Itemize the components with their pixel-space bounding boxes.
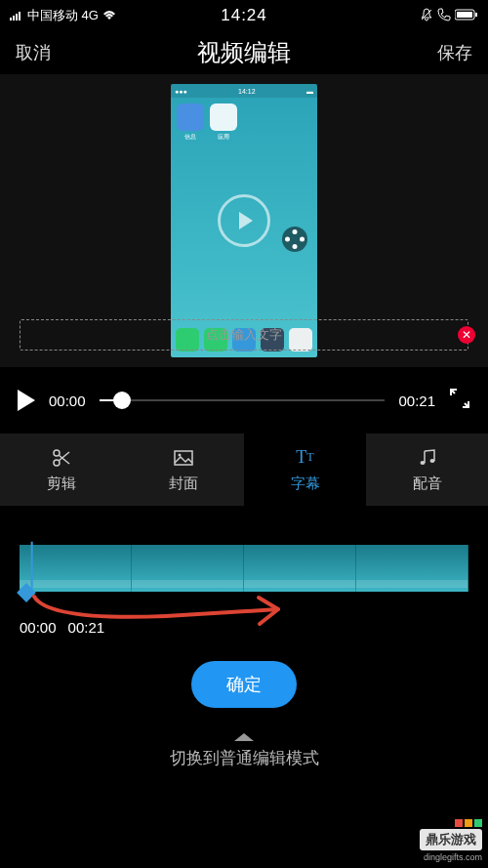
app-icon: [177, 103, 204, 131]
watermark: 鼎乐游戏 dinglegifts.com: [420, 819, 482, 862]
status-left: 中国移动 4G: [10, 7, 116, 24]
text-icon: TT: [295, 447, 316, 469]
svg-rect-3: [19, 12, 20, 21]
tab-subtitle[interactable]: TT 字幕: [244, 434, 366, 506]
thumbnail: [132, 545, 244, 592]
status-right: [420, 8, 478, 24]
annotation-arrow-icon: [29, 592, 303, 631]
thumbnail: [244, 545, 356, 592]
slider-thumb[interactable]: [113, 392, 131, 409]
duration-time: 00:21: [398, 393, 435, 409]
image-icon: [173, 447, 194, 469]
tab-label: 配音: [413, 475, 442, 493]
svg-rect-2: [16, 14, 18, 21]
timeline-thumbnails[interactable]: [20, 545, 468, 592]
video-frame: ●●●14:12▬ 信息 应用: [171, 84, 317, 357]
close-icon[interactable]: ✕: [458, 326, 475, 344]
confirm-button[interactable]: 确定: [191, 661, 297, 708]
video-preview[interactable]: ●●●14:12▬ 信息 应用 点击输入文字 ✕: [0, 74, 488, 367]
tab-label: 剪辑: [47, 475, 76, 493]
header: 取消 视频编辑 保存: [0, 31, 488, 74]
svg-point-15: [429, 459, 434, 463]
current-time: 00:00: [49, 393, 86, 409]
timeline: 00:00 00:21 确定 切换到普通编辑模式: [0, 506, 488, 789]
page-title: 视频编辑: [197, 37, 291, 68]
fullscreen-icon[interactable]: [449, 388, 470, 413]
tab-cover[interactable]: 封面: [122, 434, 244, 506]
tab-label: 封面: [169, 475, 198, 493]
cancel-button[interactable]: 取消: [16, 41, 51, 64]
wifi-icon: [102, 9, 116, 23]
svg-rect-7: [475, 13, 477, 17]
chevron-up-icon: [234, 733, 254, 741]
player-controls: 00:00 00:21: [0, 367, 488, 434]
svg-rect-12: [175, 451, 192, 465]
svg-rect-0: [10, 18, 12, 21]
watermark-name: 鼎乐游戏: [426, 831, 476, 848]
progress-slider[interactable]: [100, 399, 386, 401]
status-time: 14:24: [221, 6, 267, 25]
play-button[interactable]: [18, 390, 35, 411]
battery-icon: [455, 9, 478, 23]
save-button[interactable]: 保存: [437, 41, 472, 64]
bell-icon: [420, 8, 433, 24]
tab-label: 字幕: [291, 475, 320, 493]
carrier-label: 中国移动 4G: [27, 7, 99, 24]
status-bar: 中国移动 4G 14:24: [0, 0, 488, 31]
joystick-icon: [282, 227, 307, 252]
subtitle-placeholder: 点击输入文字: [206, 326, 282, 344]
svg-rect-6: [457, 12, 472, 18]
signal-icon: [10, 9, 23, 23]
svg-rect-1: [13, 16, 15, 21]
thumbnail: [356, 545, 468, 592]
switch-mode-button[interactable]: 切换到普通编辑模式: [20, 733, 468, 769]
music-icon: [417, 447, 438, 469]
app-icon: [210, 103, 237, 131]
watermark-logo-icon: [455, 819, 482, 827]
svg-point-14: [420, 461, 425, 465]
tab-music[interactable]: 配音: [366, 434, 488, 506]
watermark-url: dinglegifts.com: [424, 852, 482, 862]
thumbnail: [20, 545, 132, 592]
play-overlay-icon: [218, 194, 270, 247]
scissors-icon: [51, 447, 72, 469]
editor-tabs: 剪辑 封面 TT 字幕 配音: [0, 434, 488, 506]
subtitle-text-input[interactable]: 点击输入文字 ✕: [20, 319, 468, 351]
phone-icon: [437, 8, 451, 24]
tab-trim[interactable]: 剪辑: [0, 434, 122, 506]
